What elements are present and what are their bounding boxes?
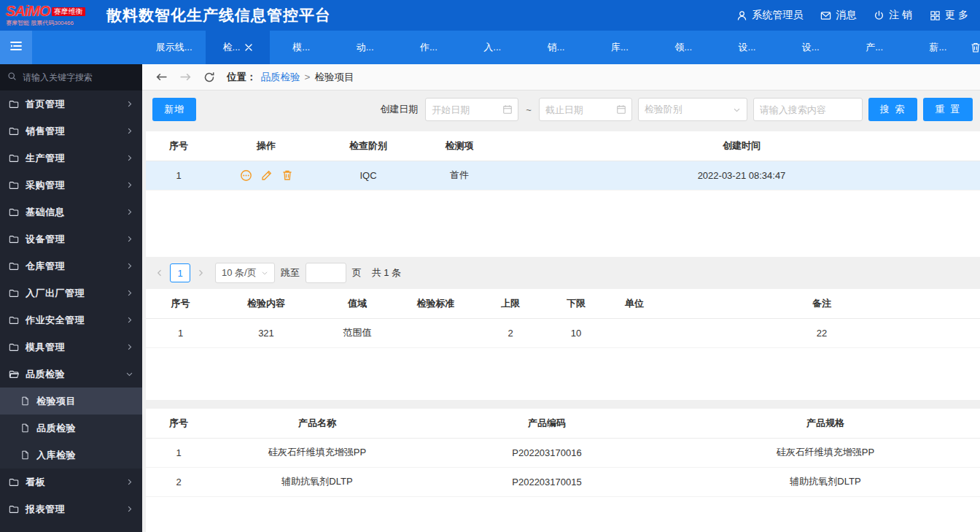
jump-page-input[interactable] <box>306 263 346 283</box>
tab-5[interactable]: 入... <box>461 31 524 64</box>
folder-icon <box>9 234 19 244</box>
table-header-row: 序号 检验内容 值域 检验标准 上限 下限 单位 备注 <box>146 289 980 318</box>
chevron-right-icon <box>125 235 133 243</box>
chevron-right-icon <box>125 505 133 513</box>
tab-1-active[interactable]: 检... <box>206 31 269 64</box>
sidebar-item-mold-mgmt[interactable]: 模具管理 <box>0 334 142 361</box>
table-row[interactable]: 2 辅助抗氧剂DLTP P202203170015 辅助抗氧剂DLTP <box>146 467 980 496</box>
page-title: 散料数智化生产线信息管控平台 <box>106 5 331 26</box>
col-header-product-spec: 产品规格 <box>671 409 980 438</box>
sidebar-subitem-quality-inspection[interactable]: 品质检验 <box>0 415 142 442</box>
logout-button[interactable]: 注 销 <box>874 9 912 22</box>
folder-icon <box>9 504 19 514</box>
user-label: 系统管理员 <box>752 9 803 22</box>
refresh-icon[interactable] <box>203 72 215 83</box>
delete-icon[interactable] <box>281 169 293 181</box>
sidebar-search <box>0 64 142 90</box>
messages-button[interactable]: 消息 <box>820 9 856 22</box>
folder-icon <box>9 288 19 298</box>
filter-controls: 创建日期 ~ 检验阶别 搜 索 <box>380 98 973 121</box>
close-all-tabs-button[interactable] <box>970 31 980 64</box>
grid-icon <box>930 10 941 21</box>
more-button[interactable]: 更 多 <box>930 9 968 22</box>
brand-logo: SAiMO 赛摩维衡 赛摩智能 股票代码300466 <box>6 4 99 26</box>
table-header-row: 序号 操作 检查阶别 检测项 创建时间 <box>146 131 980 161</box>
logo-badge: 赛摩维衡 <box>52 7 85 17</box>
sidebar-item-base-info[interactable]: 基础信息 <box>0 198 142 225</box>
sidebar-item-purchase-mgmt[interactable]: 采购管理 <box>0 171 142 198</box>
sidebar-search-input[interactable] <box>23 72 136 82</box>
cell-upper-limit: 2 <box>474 318 547 347</box>
folder-icon <box>9 261 19 271</box>
jump-label: 跳至 <box>281 266 300 280</box>
sidebar-item-work-safety-mgmt[interactable]: 作业安全管理 <box>0 307 142 334</box>
tab-11[interactable]: 产... <box>842 31 906 64</box>
cell-item: 首件 <box>416 161 503 190</box>
search-button[interactable]: 搜 索 <box>868 98 918 121</box>
chevron-right-icon <box>125 343 133 351</box>
col-header-content: 检验内容 <box>215 289 317 318</box>
cell-lower-limit: 10 <box>547 318 605 347</box>
sidebar-subitem-inspection-items[interactable]: 检验项目 <box>0 388 142 415</box>
cell-product-spec: 辅助抗氧剂DLTP <box>671 467 980 496</box>
date-range-separator: ~ <box>524 104 533 115</box>
sidebar-item-entry-exit-mgmt[interactable]: 入厂出厂管理 <box>0 280 142 307</box>
filter-toolbar: 新增 创建日期 ~ 检验阶别 <box>142 90 980 128</box>
collapse-menu-button[interactable] <box>0 31 32 64</box>
tab-4[interactable]: 作... <box>397 31 460 64</box>
sidebar-item-warehouse-mgmt[interactable]: 仓库管理 <box>0 252 142 280</box>
user-icon <box>736 10 747 21</box>
edit-icon[interactable] <box>261 169 273 181</box>
sidebar-item-kanban[interactable]: 看板 <box>0 469 142 496</box>
table-row[interactable]: 1 硅灰石纤维填充增强PP P202203170016 硅灰石纤维填充增强PP <box>146 438 980 467</box>
quality-inspection-submenu: 检验项目 品质检验 入库检验 <box>0 388 142 469</box>
tab-7[interactable]: 库... <box>588 31 651 64</box>
folder-icon <box>9 315 19 325</box>
chevron-right-icon <box>125 181 133 189</box>
start-date-input[interactable] <box>425 98 518 121</box>
close-icon[interactable] <box>245 42 252 53</box>
tab-bar: 展示线... 检... 模... 动... 作... 入... 销... 库..… <box>0 31 980 64</box>
breadcrumb-current: 检验项目 <box>314 71 354 84</box>
table-header-row: 序号 产品名称 产品编码 产品规格 <box>146 409 980 438</box>
tab-2[interactable]: 模... <box>270 31 333 64</box>
reset-button[interactable]: 重 置 <box>923 98 973 121</box>
prev-page-icon[interactable] <box>155 269 164 277</box>
sidebar-item-equipment-mgmt[interactable]: 设备管理 <box>0 225 142 252</box>
end-date-input[interactable] <box>539 98 632 121</box>
add-button[interactable]: 新增 <box>152 98 196 121</box>
user-menu[interactable]: 系统管理员 <box>736 9 803 22</box>
back-icon[interactable] <box>155 71 168 83</box>
tab-0[interactable]: 展示线... <box>142 31 206 64</box>
chevron-right-icon <box>125 316 133 324</box>
tab-10[interactable]: 设... <box>779 31 842 64</box>
table-row[interactable]: 1 IQC 首件 2022-03-21 08:34:47 <box>146 161 980 190</box>
inspection-stage-select[interactable]: 检验阶别 <box>638 98 747 121</box>
tab-3[interactable]: 动... <box>333 31 397 64</box>
table-row[interactable]: 1 321 范围值 2 10 22 <box>146 318 980 347</box>
page-number-button[interactable]: 1 <box>170 263 190 282</box>
keyword-search-input[interactable] <box>753 98 863 121</box>
row-actions <box>211 169 321 182</box>
sidebar-item-report-mgmt[interactable]: 报表管理 <box>0 496 142 523</box>
detail-icon[interactable] <box>240 169 252 182</box>
tab-8[interactable]: 领... <box>652 31 715 64</box>
sidebar-item-sales-mgmt[interactable]: 销售管理 <box>0 117 142 144</box>
forward-icon[interactable] <box>179 71 192 83</box>
tab-6[interactable]: 销... <box>524 31 588 64</box>
breadcrumb-parent[interactable]: 品质检验 <box>261 71 300 84</box>
cell-product-code: P202203170016 <box>423 438 671 467</box>
sidebar-item-quality-inspection[interactable]: 品质检验 <box>0 361 142 388</box>
tab-12[interactable]: 薪... <box>906 31 970 64</box>
page-size-select[interactable]: 10 条/页 <box>215 263 275 283</box>
next-page-icon[interactable] <box>196 269 205 277</box>
folder-open-icon <box>9 369 19 379</box>
sidebar-item-home-mgmt[interactable]: 首页管理 <box>0 90 142 117</box>
sidebar-item-production-mgmt[interactable]: 生产管理 <box>0 144 142 171</box>
cell-product-spec: 硅灰石纤维填充增强PP <box>671 438 980 467</box>
tab-9[interactable]: 设... <box>715 31 779 64</box>
sidebar-subitem-inbound-inspection[interactable]: 入库检验 <box>0 442 142 469</box>
logout-label: 注 销 <box>889 9 912 22</box>
col-header-remark: 备注 <box>664 289 980 318</box>
inspection-items-table: 序号 操作 检查阶别 检测项 创建时间 1 <box>146 131 980 190</box>
